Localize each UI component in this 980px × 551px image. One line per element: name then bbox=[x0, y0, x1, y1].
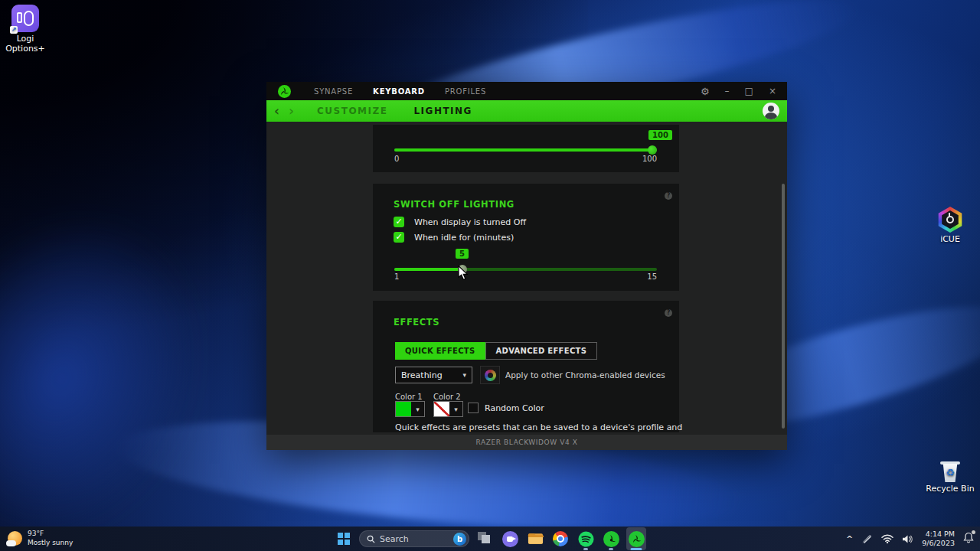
razer-synapse-window: SYNAPSE KEYBOARD PROFILES ⚙ – □ × ‹ › CU… bbox=[266, 82, 787, 450]
window-controls: ⚙ – □ × bbox=[701, 86, 776, 96]
desktop-icon-label: Options+ bbox=[0, 44, 51, 54]
logi-options-icon: ↗ bbox=[11, 5, 39, 32]
chroma-label: Apply to other Chroma-enabled devices bbox=[505, 370, 665, 380]
forward-arrow-icon: › bbox=[289, 105, 294, 118]
weather-sun-icon bbox=[8, 531, 22, 546]
taskbar: 93°F Mostly sunny b bbox=[0, 527, 980, 551]
titlebar-tabs: SYNAPSE KEYBOARD PROFILES bbox=[314, 87, 486, 96]
tab-keyboard[interactable]: KEYBOARD bbox=[373, 87, 425, 96]
scrollbar-thumb[interactable] bbox=[782, 184, 785, 429]
checkbox-label: When display is turned Off bbox=[414, 217, 526, 227]
shortcut-arrow-icon: ↗ bbox=[10, 26, 18, 34]
tab-lighting[interactable]: LIGHTING bbox=[413, 106, 472, 116]
option-display-off[interactable]: ✓ When display is turned Off bbox=[394, 217, 526, 227]
search-icon bbox=[367, 535, 375, 543]
running-indicator bbox=[609, 548, 613, 550]
weather-condition: Mostly sunny bbox=[28, 539, 73, 548]
color2-picker[interactable]: ▾ bbox=[433, 401, 463, 417]
info-icon[interactable]: ? bbox=[665, 192, 672, 200]
idle-slider-track[interactable] bbox=[394, 268, 657, 271]
section-title: EFFECTS bbox=[394, 317, 439, 328]
taskbar-app-razer-synapse[interactable] bbox=[626, 527, 646, 550]
notification-badge bbox=[972, 530, 975, 534]
file-explorer-icon bbox=[528, 532, 544, 546]
color2-swatch-none[interactable] bbox=[434, 402, 449, 416]
desktop-icon-icue[interactable]: iCUE bbox=[925, 207, 975, 245]
chevron-down-icon: ▾ bbox=[462, 371, 466, 379]
account-avatar[interactable] bbox=[763, 103, 779, 119]
device-footer: RAZER BLACKWIDOW V4 X bbox=[266, 435, 787, 450]
bing-icon[interactable]: b bbox=[453, 533, 466, 546]
tab-advanced-effects[interactable]: ADVANCED EFFECTS bbox=[485, 342, 598, 360]
desktop-icon-label: iCUE bbox=[925, 235, 975, 245]
windows-logo-icon bbox=[338, 533, 350, 545]
taskbar-clock[interactable]: 4:14 PM 9/6/2023 bbox=[922, 530, 955, 549]
icue-icon bbox=[937, 207, 963, 233]
taskbar-app-chrome[interactable] bbox=[550, 527, 570, 550]
random-color-label: Random Color bbox=[485, 403, 544, 413]
taskbar-app-windows[interactable] bbox=[475, 527, 495, 550]
chevron-down-icon[interactable]: ▾ bbox=[449, 402, 462, 416]
start-button[interactable] bbox=[334, 529, 354, 549]
razer-synapse-icon bbox=[629, 531, 645, 547]
effect-select-dropdown[interactable]: Breathing ▾ bbox=[395, 367, 472, 383]
clock-date: 9/6/2023 bbox=[922, 539, 955, 548]
tab-customize[interactable]: CUSTOMIZE bbox=[317, 106, 387, 116]
effect-selected-value: Breathing bbox=[401, 370, 443, 380]
desktop-icon-label: Recycle Bin bbox=[925, 484, 975, 494]
chroma-icon bbox=[485, 370, 496, 381]
weather-widget[interactable]: 93°F Mostly sunny bbox=[8, 530, 73, 547]
clock-time: 4:14 PM bbox=[922, 530, 955, 539]
maximize-button[interactable]: □ bbox=[745, 86, 753, 96]
taskbar-search[interactable]: b bbox=[359, 530, 469, 547]
color1-swatch[interactable] bbox=[396, 402, 411, 416]
tab-quick-effects[interactable]: QUICK EFFECTS bbox=[395, 342, 485, 360]
chroma-toggle-button[interactable] bbox=[480, 366, 500, 384]
system-tray: ^ 4:14 PM 9/6/2023 bbox=[846, 527, 974, 551]
window-titlebar: SYNAPSE KEYBOARD PROFILES ⚙ – □ × bbox=[266, 82, 787, 100]
notifications-button[interactable] bbox=[963, 532, 974, 546]
option-idle[interactable]: ✓ When idle for (minutes) bbox=[394, 232, 514, 243]
razer-logo-icon bbox=[278, 85, 291, 98]
recycle-bin-icon: ♻ bbox=[940, 461, 960, 482]
chevron-down-icon[interactable]: ▾ bbox=[411, 402, 424, 416]
search-input[interactable] bbox=[380, 534, 449, 544]
checkbox-checked-icon[interactable]: ✓ bbox=[394, 232, 404, 243]
random-color-checkbox[interactable] bbox=[468, 403, 479, 413]
brightness-panel: 100 0 100 bbox=[373, 125, 679, 172]
back-arrow-icon[interactable]: ‹ bbox=[274, 105, 279, 118]
color1-label: Color 1 bbox=[395, 393, 423, 401]
device-name: RAZER BLACKWIDOW V4 X bbox=[475, 439, 577, 446]
color1-picker[interactable]: ▾ bbox=[395, 401, 425, 417]
taskbar-app-spotify[interactable] bbox=[576, 527, 596, 550]
video-app-icon bbox=[502, 531, 518, 547]
info-icon[interactable]: ? bbox=[665, 309, 672, 317]
wifi-icon[interactable] bbox=[881, 534, 893, 543]
tray-chevron-up-icon[interactable]: ^ bbox=[846, 534, 853, 544]
brightness-slider-track[interactable] bbox=[394, 148, 657, 152]
tab-synapse[interactable]: SYNAPSE bbox=[314, 87, 353, 96]
desktop-icon-logi-options[interactable]: ↗ Logi Options+ bbox=[0, 5, 51, 54]
pen-icon[interactable] bbox=[861, 534, 873, 544]
taskbar-app-razer-cortex[interactable] bbox=[601, 527, 621, 550]
switch-off-lighting-panel: SWITCH OFF LIGHTING ? ✓ When display is … bbox=[373, 184, 679, 291]
idle-min-label: 1 bbox=[394, 272, 399, 281]
settings-gear-icon[interactable]: ⚙ bbox=[701, 86, 710, 96]
effects-description: Quick effects are presets that can be sa… bbox=[395, 422, 682, 432]
desktop-icon-recycle-bin[interactable]: ♻ Recycle Bin bbox=[925, 461, 975, 494]
taskbar-app-file-explorer[interactable] bbox=[525, 527, 545, 550]
close-button[interactable]: × bbox=[769, 86, 776, 96]
brightness-max-label: 100 bbox=[642, 155, 657, 163]
spotify-icon bbox=[578, 531, 594, 547]
taskbar-app-video[interactable] bbox=[500, 527, 520, 550]
mouse-cursor bbox=[458, 266, 469, 284]
brightness-slider-handle[interactable] bbox=[648, 145, 657, 155]
tab-profiles[interactable]: PROFILES bbox=[445, 87, 486, 96]
running-indicator bbox=[583, 548, 588, 550]
minimize-button[interactable]: – bbox=[725, 86, 730, 96]
razer-cortex-icon bbox=[603, 531, 619, 547]
brightness-value-badge: 100 bbox=[648, 130, 672, 140]
checkbox-checked-icon[interactable]: ✓ bbox=[394, 217, 404, 227]
volume-icon[interactable] bbox=[902, 534, 913, 544]
power-icon bbox=[946, 216, 954, 223]
